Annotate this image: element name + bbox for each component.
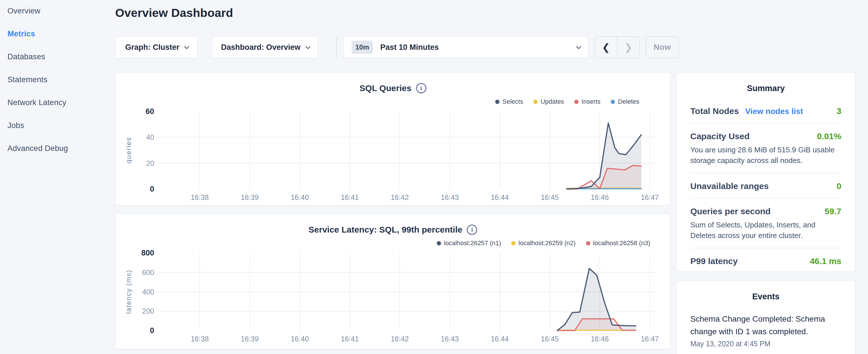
summary-divider	[690, 173, 841, 173]
charts-column: SQL Queries i SelectsUpdatesInsertsDelet…	[115, 72, 671, 349]
summary-row: Unavailable ranges0	[690, 181, 841, 191]
svg-text:16:46: 16:46	[591, 335, 609, 343]
summary-divider	[690, 248, 841, 248]
sql-queries-chart-card: SQL Queries i SelectsUpdatesInsertsDelet…	[115, 72, 671, 205]
svg-text:200: 200	[142, 307, 154, 315]
svg-text:16:42: 16:42	[391, 193, 409, 201]
summary-row: Total NodesView nodes list3	[690, 106, 841, 116]
svg-text:16:44: 16:44	[491, 335, 509, 343]
sidebar: OverviewMetricsDatabasesStatementsNetwor…	[7, 6, 105, 166]
svg-text:16:40: 16:40	[291, 193, 309, 201]
event-timestamp: May 13, 2020 at 4:45 PM	[690, 340, 841, 348]
time-next-button[interactable]: ❯	[617, 37, 640, 58]
svg-text:16:39: 16:39	[241, 335, 259, 343]
svg-text:16:40: 16:40	[291, 335, 309, 343]
svg-text:600: 600	[142, 268, 154, 277]
summary-row-description: Sum of Selects, Updates, Inserts, and De…	[690, 220, 841, 241]
svg-text:latency (ms): latency (ms)	[125, 269, 132, 314]
svg-text:16:46: 16:46	[591, 193, 609, 201]
chevron-down-icon	[184, 44, 189, 49]
summary-divider	[690, 198, 841, 198]
svg-text:60: 60	[146, 107, 154, 116]
sidebar-item-network-latency[interactable]: Network Latency	[7, 98, 105, 107]
sidebar-item-jobs[interactable]: Jobs	[7, 121, 105, 130]
svg-text:16:41: 16:41	[341, 193, 359, 201]
graph-dropdown[interactable]: Graph: Cluster	[115, 36, 198, 58]
chevron-down-icon	[576, 44, 581, 49]
summary-row: P99 latency46.1 ms	[690, 256, 841, 266]
view-nodes-list-link[interactable]: View nodes list	[745, 107, 803, 116]
now-button[interactable]: Now	[646, 36, 679, 58]
dashboard-dropdown[interactable]: Dashboard: Overview	[212, 36, 318, 58]
time-range-selector[interactable]: 10m Past 10 Minutes	[343, 36, 588, 58]
summary-row-label: Capacity Used	[690, 131, 750, 141]
summary-row-value: 0	[836, 181, 841, 191]
sidebar-item-databases[interactable]: Databases	[7, 52, 105, 62]
svg-text:400: 400	[142, 288, 154, 296]
summary-divider	[690, 123, 841, 123]
service-latency-chart-card: Service Latency: SQL, 99th percentile i …	[115, 214, 671, 349]
chart-plot: 16:3816:3916:4016:4116:4216:4316:4416:45…	[116, 214, 671, 349]
summary-row-value: 3	[836, 106, 841, 116]
summary-row-label: P99 latency	[690, 256, 738, 266]
chevron-down-icon	[305, 44, 310, 49]
svg-text:16:47: 16:47	[641, 335, 659, 343]
time-range-label: Past 10 Minutes	[380, 43, 439, 52]
summary-row-value: 46.1 ms	[810, 256, 841, 266]
svg-text:16:41: 16:41	[341, 335, 359, 343]
summary-row-value: 59.7	[825, 206, 841, 216]
svg-text:20: 20	[146, 159, 154, 167]
sidebar-item-statements[interactable]: Statements	[7, 75, 105, 85]
summary-row-label: Queries per second	[690, 206, 771, 216]
toolbar: Graph: Cluster Dashboard: Overview 10m P…	[115, 36, 679, 58]
summary-row-label: Total Nodes	[690, 106, 739, 116]
graph-dropdown-label: Graph: Cluster	[125, 43, 179, 52]
summary-row-label: Unavailable ranges	[690, 181, 769, 191]
svg-text:0: 0	[150, 326, 154, 335]
time-prev-button[interactable]: ❮	[595, 37, 617, 58]
summary-row: Queries per second59.7	[690, 206, 841, 216]
svg-text:800: 800	[141, 249, 154, 257]
svg-text:16:47: 16:47	[641, 193, 659, 201]
svg-text:16:43: 16:43	[441, 335, 459, 343]
chart-plot: 16:3816:3916:4016:4116:4216:4316:4416:45…	[116, 73, 671, 206]
svg-text:16:38: 16:38	[191, 335, 209, 343]
time-range-badge: 10m	[351, 41, 373, 54]
right-column: Summary Total NodesView nodes list3Capac…	[676, 72, 856, 354]
dashboard-dropdown-label: Dashboard: Overview	[221, 43, 301, 52]
svg-text:16:45: 16:45	[541, 335, 559, 343]
summary-row-description: You are using 28.6 MiB of 515.9 GiB usab…	[690, 144, 841, 166]
svg-text:16:44: 16:44	[491, 193, 509, 201]
svg-text:16:38: 16:38	[191, 193, 209, 201]
event-item[interactable]: Schema Change Completed: Schema change w…	[690, 313, 841, 348]
events-panel: Events Schema Change Completed: Schema c…	[676, 281, 856, 354]
summary-row-value: 0.01%	[817, 131, 841, 141]
events-title: Events	[690, 281, 841, 301]
svg-text:0: 0	[150, 185, 154, 193]
svg-text:16:43: 16:43	[441, 193, 459, 201]
summary-panel: Summary Total NodesView nodes list3Capac…	[676, 72, 856, 272]
svg-text:40: 40	[146, 133, 154, 141]
summary-row: Capacity Used0.01%	[690, 131, 841, 141]
svg-text:queries: queries	[125, 137, 132, 164]
sidebar-item-overview[interactable]: Overview	[7, 6, 105, 16]
sidebar-item-metrics[interactable]: Metrics	[7, 29, 105, 39]
summary-title: Summary	[690, 73, 841, 93]
svg-text:16:39: 16:39	[241, 193, 259, 201]
event-text: Schema Change Completed: Schema change w…	[690, 313, 835, 338]
page-title: Overview Dashboard	[115, 6, 233, 20]
sidebar-item-advanced-debug[interactable]: Advanced Debug	[7, 143, 105, 153]
time-step-buttons: ❮ ❯	[595, 36, 640, 58]
svg-text:16:45: 16:45	[541, 193, 559, 201]
svg-text:16:42: 16:42	[391, 335, 409, 343]
toolbar-divider	[336, 36, 337, 58]
